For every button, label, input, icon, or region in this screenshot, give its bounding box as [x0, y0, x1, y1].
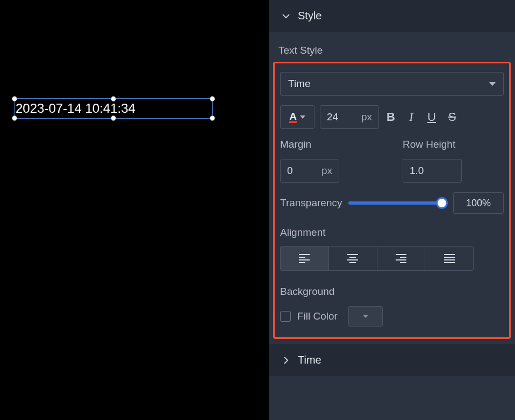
fill-color-checkbox[interactable]: [280, 311, 291, 322]
caret-down-icon: [489, 82, 496, 86]
chevron-down-icon: [282, 12, 290, 20]
align-justify-button[interactable]: [425, 247, 473, 270]
text-style-heading: Text Style: [269, 32, 515, 62]
resize-handle-br[interactable]: [210, 115, 215, 121]
font-size-input[interactable]: 24 px: [320, 105, 379, 129]
chevron-right-icon: [282, 356, 290, 365]
style-section-header[interactable]: Style: [269, 0, 515, 32]
align-center-button[interactable]: [329, 247, 377, 270]
transparency-label: Transparency: [280, 197, 342, 209]
transparency-value-input[interactable]: 100%: [453, 192, 504, 214]
caret-down-icon: [300, 115, 305, 119]
align-left-button[interactable]: [281, 247, 329, 270]
row-height-input[interactable]: 1.0: [403, 159, 462, 183]
margin-input[interactable]: 0 px: [280, 159, 339, 183]
resize-handle-bm[interactable]: [111, 115, 116, 121]
caret-down-icon: [363, 315, 368, 318]
underline-button[interactable]: U: [425, 111, 438, 124]
properties-panel: Style Text Style Time A 24 p: [269, 0, 515, 420]
margin-unit: px: [321, 165, 332, 177]
row-height-value: 1.0: [410, 165, 424, 177]
time-section-label: Time: [298, 354, 321, 366]
slider-thumb[interactable]: [436, 197, 448, 209]
preset-select[interactable]: Time: [280, 72, 504, 96]
font-color-button[interactable]: A: [280, 105, 314, 129]
margin-value: 0: [287, 165, 293, 177]
resize-handle-tr[interactable]: [210, 96, 215, 102]
text-style-highlight: Time A 24 px B I U S: [273, 62, 511, 339]
font-size-unit: px: [361, 111, 372, 123]
fill-color-swatch[interactable]: [348, 306, 383, 327]
style-section-label: Style: [298, 10, 321, 22]
time-section-header[interactable]: Time: [269, 344, 515, 376]
alignment-label: Alignment: [280, 227, 504, 238]
style-section-body: Text Style Time A 24 px: [269, 32, 515, 339]
background-label: Background: [280, 286, 504, 298]
text-format-buttons: B I U S: [384, 111, 459, 124]
bold-button[interactable]: B: [384, 111, 397, 124]
fill-color-label: Fill Color: [297, 310, 338, 322]
selected-text-element[interactable]: 2023-07-14 10:41:34: [14, 98, 213, 119]
canvas-area[interactable]: 2023-07-14 10:41:34: [0, 0, 269, 420]
font-size-value: 24: [327, 111, 338, 123]
font-color-icon: A: [289, 111, 297, 123]
margin-label: Margin: [280, 139, 381, 150]
resize-handle-tl[interactable]: [12, 96, 17, 102]
row-height-label: Row Height: [403, 139, 504, 150]
transparency-value: 100%: [466, 198, 491, 209]
alignment-group: [280, 246, 474, 271]
italic-button[interactable]: I: [405, 111, 418, 124]
transparency-slider[interactable]: [348, 201, 447, 205]
preset-select-value: Time: [288, 78, 311, 90]
resize-handle-bl[interactable]: [12, 115, 17, 121]
resize-handle-tm[interactable]: [111, 96, 116, 102]
strikethrough-button[interactable]: S: [446, 111, 459, 124]
align-right-button[interactable]: [377, 247, 426, 270]
